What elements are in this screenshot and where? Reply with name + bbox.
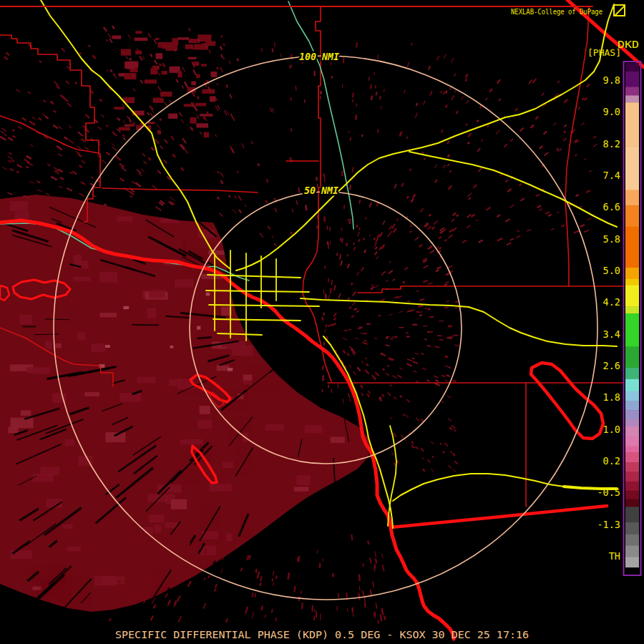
colorbar-segment	[625, 95, 639, 102]
brand-text: NEXLAB-College of DuPage	[511, 7, 602, 16]
colorbar-tick-label: 5.8	[603, 233, 620, 245]
colorbar-tick-label: 4.2	[603, 296, 620, 308]
colorbar-segment	[625, 426, 639, 436]
colorbar-segment	[625, 72, 639, 87]
colorbar-segment	[625, 499, 639, 507]
product-phase-label: [PHAS]	[587, 47, 621, 58]
colorbar-segment	[625, 401, 639, 410]
colorbar-tick-label: 8.2	[603, 138, 620, 150]
colorbar-segment	[625, 482, 639, 491]
colorbar-segment	[625, 546, 639, 557]
colorbar-tick-label: 1.0	[603, 424, 620, 435]
colorbar-segment	[625, 313, 639, 347]
colorbar-segment	[625, 63, 639, 72]
colorbar-segment	[625, 507, 639, 522]
colorbar-segment	[625, 190, 639, 206]
colorbar-segment	[625, 279, 639, 286]
colorbar-segment	[625, 102, 639, 147]
colorbar-segment	[625, 286, 639, 307]
radar-map-canvas: 100 NMI 50 NMI NEXLAB-College of DuPage …	[0, 0, 644, 644]
colorbar-segment	[625, 146, 639, 190]
colorbar-segment	[625, 368, 639, 379]
colorbar-segment	[625, 379, 639, 391]
colorbar-tick-label: 7.4	[603, 170, 620, 181]
colorbar-segment	[625, 227, 639, 268]
colorbar-segment	[625, 205, 639, 227]
colorbar-segment	[625, 462, 639, 472]
colorbar-segment	[625, 522, 639, 535]
colorbar-segment	[625, 391, 639, 401]
colorbar-segment	[625, 87, 639, 96]
colorbar-tick-label: TH	[609, 550, 620, 562]
colorbar-segment	[625, 346, 639, 368]
colorbar-tick-label: 9.8	[603, 74, 620, 86]
colorbar-tick-label: 5.0	[603, 265, 620, 276]
colorbar-segment	[625, 491, 639, 499]
colorbar-segment	[625, 567, 639, 574]
colorbar-tick-label: -1.3	[597, 519, 620, 530]
colorbar-tick-label: 6.6	[603, 201, 620, 213]
colorbar-segment	[625, 268, 639, 279]
colorbar-segment	[625, 535, 639, 546]
colorbar-tick-label: 1.8	[603, 391, 620, 403]
colorbar-segment	[625, 452, 639, 462]
product-caption: SPECIFIC DIFFERENTIAL PHASE (KDP) 0.5 DE…	[115, 629, 529, 640]
ring-label-100nmi: 100 NMI	[299, 51, 340, 62]
colorbar-segment	[625, 436, 639, 447]
colorbar-tick-label: 9.0	[603, 106, 620, 117]
colorbar-segment	[625, 447, 639, 453]
colorbar-tick-label: 0.2	[603, 455, 620, 467]
colorbar-segment	[625, 472, 639, 482]
colorbar-tick-label: 2.6	[603, 360, 620, 371]
colorbar-segment	[625, 306, 639, 313]
colorbar-segment	[625, 410, 639, 419]
colorbar-segment	[625, 557, 639, 567]
colorbar-segment	[625, 419, 639, 426]
radar-display: 100 NMI 50 NMI NEXLAB-College of DuPage …	[0, 0, 644, 644]
colorbar-tick-label: -0.5	[597, 487, 620, 498]
colorbar-tick-label: 3.4	[603, 328, 620, 340]
ring-label-50nmi: 50 NMI	[304, 185, 339, 196]
